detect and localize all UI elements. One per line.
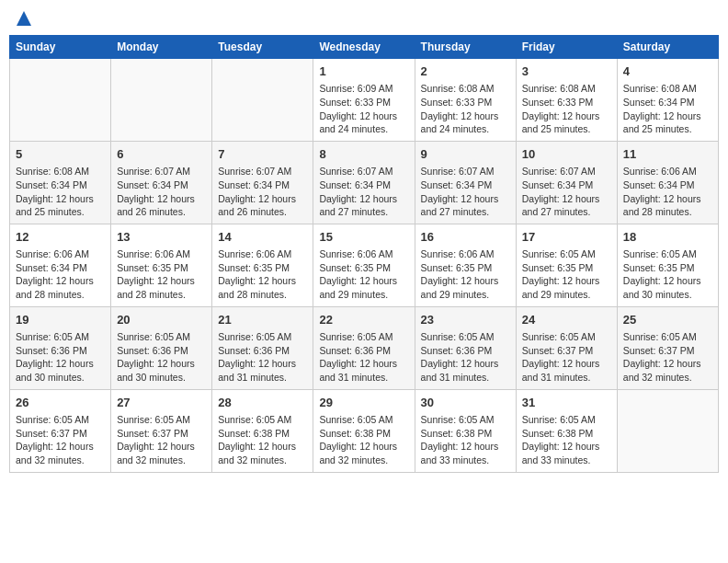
day-number: 13 bbox=[117, 229, 206, 246]
day-number: 14 bbox=[218, 229, 307, 246]
day-number: 2 bbox=[421, 63, 510, 80]
sunset-text: Sunset: 6:35 PM bbox=[117, 261, 206, 275]
day-number: 5 bbox=[16, 146, 105, 163]
sunrise-text: Sunrise: 6:05 AM bbox=[319, 330, 408, 344]
calendar-cell bbox=[212, 59, 313, 142]
sunrise-text: Sunrise: 6:05 AM bbox=[319, 413, 408, 427]
sunset-text: Sunset: 6:34 PM bbox=[16, 261, 105, 275]
sunset-text: Sunset: 6:34 PM bbox=[117, 178, 206, 192]
daylight-text: Daylight: 12 hours and 32 minutes. bbox=[218, 440, 307, 466]
sunrise-text: Sunrise: 6:08 AM bbox=[421, 82, 510, 96]
calendar-week-row: 5Sunrise: 6:08 AMSunset: 6:34 PMDaylight… bbox=[10, 141, 719, 224]
sunrise-text: Sunrise: 6:08 AM bbox=[623, 82, 712, 96]
sunrise-text: Sunrise: 6:05 AM bbox=[522, 413, 611, 427]
calendar-week-row: 1Sunrise: 6:09 AMSunset: 6:33 PMDaylight… bbox=[10, 59, 719, 142]
sunset-text: Sunset: 6:34 PM bbox=[522, 178, 611, 192]
day-header-wednesday: Wednesday bbox=[313, 36, 415, 59]
day-number: 10 bbox=[522, 146, 611, 163]
calendar-cell: 22Sunrise: 6:05 AMSunset: 6:36 PMDayligh… bbox=[313, 306, 415, 389]
calendar-cell: 31Sunrise: 6:05 AMSunset: 6:38 PMDayligh… bbox=[516, 389, 617, 472]
calendar-cell: 27Sunrise: 6:05 AMSunset: 6:37 PMDayligh… bbox=[111, 389, 212, 472]
calendar-week-row: 26Sunrise: 6:05 AMSunset: 6:37 PMDayligh… bbox=[10, 389, 719, 472]
daylight-text: Daylight: 12 hours and 27 minutes. bbox=[522, 192, 611, 219]
daylight-text: Daylight: 12 hours and 28 minutes. bbox=[218, 274, 307, 301]
page-header bbox=[9, 9, 719, 28]
sunset-text: Sunset: 6:36 PM bbox=[117, 344, 206, 358]
day-number: 3 bbox=[522, 63, 611, 80]
daylight-text: Daylight: 12 hours and 29 minutes. bbox=[522, 274, 611, 301]
daylight-text: Daylight: 12 hours and 26 minutes. bbox=[117, 192, 206, 219]
day-number: 30 bbox=[421, 395, 510, 411]
calendar-cell: 15Sunrise: 6:06 AMSunset: 6:35 PMDayligh… bbox=[313, 224, 415, 306]
sunrise-text: Sunrise: 6:05 AM bbox=[522, 247, 611, 261]
calendar-cell: 3Sunrise: 6:08 AMSunset: 6:33 PMDaylight… bbox=[516, 59, 617, 142]
sunset-text: Sunset: 6:33 PM bbox=[319, 96, 408, 109]
sunset-text: Sunset: 6:35 PM bbox=[218, 261, 307, 275]
daylight-text: Daylight: 12 hours and 28 minutes. bbox=[623, 192, 712, 219]
day-header-friday: Friday bbox=[516, 36, 617, 59]
day-number: 22 bbox=[319, 312, 408, 328]
calendar-cell: 6Sunrise: 6:07 AMSunset: 6:34 PMDaylight… bbox=[111, 141, 212, 224]
day-header-saturday: Saturday bbox=[617, 36, 718, 59]
sunset-text: Sunset: 6:33 PM bbox=[421, 96, 510, 109]
sunrise-text: Sunrise: 6:07 AM bbox=[522, 165, 611, 178]
calendar-cell: 10Sunrise: 6:07 AMSunset: 6:34 PMDayligh… bbox=[516, 141, 617, 224]
calendar-cell: 29Sunrise: 6:05 AMSunset: 6:38 PMDayligh… bbox=[313, 389, 415, 472]
calendar-cell: 13Sunrise: 6:06 AMSunset: 6:35 PMDayligh… bbox=[111, 224, 212, 306]
calendar-week-row: 12Sunrise: 6:06 AMSunset: 6:34 PMDayligh… bbox=[10, 224, 719, 306]
calendar-cell: 20Sunrise: 6:05 AMSunset: 6:36 PMDayligh… bbox=[111, 306, 212, 389]
sunset-text: Sunset: 6:35 PM bbox=[522, 261, 611, 275]
daylight-text: Daylight: 12 hours and 32 minutes. bbox=[623, 357, 712, 384]
day-number: 27 bbox=[117, 395, 206, 411]
day-number: 7 bbox=[218, 146, 307, 163]
calendar-header-row: SundayMondayTuesdayWednesdayThursdayFrid… bbox=[10, 36, 719, 59]
daylight-text: Daylight: 12 hours and 25 minutes. bbox=[16, 192, 105, 219]
sunrise-text: Sunrise: 6:05 AM bbox=[16, 330, 105, 344]
sunset-text: Sunset: 6:37 PM bbox=[16, 427, 105, 441]
sunset-text: Sunset: 6:38 PM bbox=[522, 427, 611, 441]
daylight-text: Daylight: 12 hours and 28 minutes. bbox=[117, 274, 206, 301]
sunrise-text: Sunrise: 6:05 AM bbox=[117, 330, 206, 344]
day-number: 29 bbox=[319, 395, 408, 411]
daylight-text: Daylight: 12 hours and 31 minutes. bbox=[522, 357, 611, 384]
logo bbox=[13, 9, 33, 28]
sunset-text: Sunset: 6:34 PM bbox=[623, 96, 712, 109]
day-number: 9 bbox=[421, 146, 510, 163]
day-number: 23 bbox=[421, 312, 510, 328]
sunrise-text: Sunrise: 6:08 AM bbox=[16, 165, 105, 178]
sunset-text: Sunset: 6:35 PM bbox=[421, 261, 510, 275]
sunset-text: Sunset: 6:36 PM bbox=[218, 344, 307, 358]
daylight-text: Daylight: 12 hours and 29 minutes. bbox=[421, 274, 510, 301]
sunset-text: Sunset: 6:34 PM bbox=[421, 178, 510, 192]
calendar-cell: 21Sunrise: 6:05 AMSunset: 6:36 PMDayligh… bbox=[212, 306, 313, 389]
sunrise-text: Sunrise: 6:06 AM bbox=[623, 165, 712, 178]
sunset-text: Sunset: 6:36 PM bbox=[16, 344, 105, 358]
daylight-text: Daylight: 12 hours and 32 minutes. bbox=[319, 440, 408, 466]
calendar-cell: 11Sunrise: 6:06 AMSunset: 6:34 PMDayligh… bbox=[617, 141, 718, 224]
day-header-sunday: Sunday bbox=[10, 36, 111, 59]
day-number: 4 bbox=[623, 63, 712, 80]
calendar-cell: 26Sunrise: 6:05 AMSunset: 6:37 PMDayligh… bbox=[10, 389, 111, 472]
calendar-cell: 14Sunrise: 6:06 AMSunset: 6:35 PMDayligh… bbox=[212, 224, 313, 306]
calendar-cell: 1Sunrise: 6:09 AMSunset: 6:33 PMDaylight… bbox=[313, 59, 415, 142]
daylight-text: Daylight: 12 hours and 27 minutes. bbox=[319, 192, 408, 219]
calendar-cell: 8Sunrise: 6:07 AMSunset: 6:34 PMDaylight… bbox=[313, 141, 415, 224]
sunrise-text: Sunrise: 6:07 AM bbox=[421, 165, 510, 178]
sunset-text: Sunset: 6:34 PM bbox=[623, 178, 712, 192]
sunrise-text: Sunrise: 6:05 AM bbox=[522, 330, 611, 344]
daylight-text: Daylight: 12 hours and 26 minutes. bbox=[218, 192, 307, 219]
day-number: 12 bbox=[16, 229, 105, 246]
day-number: 1 bbox=[319, 63, 408, 80]
sunset-text: Sunset: 6:35 PM bbox=[319, 261, 408, 275]
daylight-text: Daylight: 12 hours and 25 minutes. bbox=[522, 109, 611, 136]
calendar-cell: 18Sunrise: 6:05 AMSunset: 6:35 PMDayligh… bbox=[617, 224, 718, 306]
sunset-text: Sunset: 6:36 PM bbox=[319, 344, 408, 358]
calendar-cell bbox=[111, 59, 212, 142]
sunrise-text: Sunrise: 6:05 AM bbox=[623, 247, 712, 261]
sunset-text: Sunset: 6:38 PM bbox=[218, 427, 307, 441]
calendar-cell: 2Sunrise: 6:08 AMSunset: 6:33 PMDaylight… bbox=[415, 59, 516, 142]
daylight-text: Daylight: 12 hours and 32 minutes. bbox=[117, 440, 206, 466]
svg-marker-0 bbox=[17, 11, 31, 26]
calendar-cell: 23Sunrise: 6:05 AMSunset: 6:36 PMDayligh… bbox=[415, 306, 516, 389]
day-header-monday: Monday bbox=[111, 36, 212, 59]
